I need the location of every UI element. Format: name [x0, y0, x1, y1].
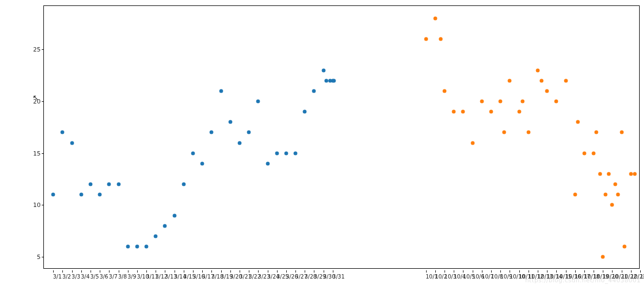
data-point: [471, 141, 474, 145]
x-tick-label: 3/5: [90, 274, 91, 280]
x-tick-label: 3/14: [174, 274, 175, 280]
y-tick-label: 15: [33, 150, 44, 157]
x-tick-label: 10/14: [547, 274, 548, 280]
x-tick-label: 3/23: [258, 274, 259, 280]
x-tick-label: 3/3: [72, 274, 72, 280]
x-tick-label: 10/2: [435, 274, 435, 280]
x-tick-label: 10/17: [575, 274, 575, 280]
data-point: [210, 131, 214, 134]
data-point: [126, 244, 130, 248]
x-tick-label: 3/12: [156, 274, 156, 280]
data-point: [607, 172, 610, 176]
data-point: [564, 79, 568, 82]
x-tick-label: 3/21: [239, 274, 240, 280]
x-tick-label: 3/2: [62, 274, 63, 280]
data-point: [622, 244, 626, 248]
data-point: [573, 193, 577, 197]
x-tick-label: 10/16: [565, 274, 566, 280]
data-point: [228, 120, 232, 124]
data-point: [201, 161, 204, 165]
data-point: [107, 183, 111, 186]
x-tick-label: 10/24: [640, 274, 641, 280]
data-point: [88, 183, 92, 186]
data-point: [499, 100, 503, 103]
data-point: [598, 172, 602, 176]
data-point: [613, 183, 617, 186]
data-point: [237, 141, 241, 145]
data-point: [452, 110, 456, 114]
data-point: [70, 141, 74, 145]
data-point: [539, 79, 543, 82]
data-point: [154, 234, 158, 238]
data-point: [117, 183, 120, 186]
data-point: [275, 151, 279, 155]
data-point: [536, 68, 539, 72]
x-tick-label: 10/10: [510, 274, 510, 280]
data-point: [163, 224, 167, 228]
x-tick-label: 3/27: [295, 274, 296, 280]
data-point: [461, 110, 465, 114]
data-point: [443, 89, 447, 93]
x-tick-label: 3/1: [53, 274, 54, 280]
x-tick-label: 10/22: [621, 274, 622, 280]
data-point: [601, 255, 605, 259]
data-point: [433, 16, 437, 20]
x-tick-label: 3/8: [118, 274, 119, 280]
x-tick-label: 10/18: [584, 274, 584, 280]
y-tick-label: 10: [33, 202, 44, 209]
x-tick-label: 3/26: [286, 274, 286, 280]
x-tick-label: 3/4: [81, 274, 81, 280]
data-point: [620, 131, 623, 134]
data-point: [439, 37, 443, 41]
data-point: [610, 203, 614, 207]
data-point: [145, 244, 149, 248]
x-tick-label: 3/31: [332, 274, 333, 280]
y-tick-label: 5: [37, 254, 44, 261]
x-tick-label: 3/7: [109, 274, 110, 280]
x-tick-label: 3/13: [165, 274, 165, 280]
figure: 5101520253/13/23/33/43/53/63/73/83/93/10…: [0, 0, 644, 285]
data-point: [98, 193, 102, 197]
x-tick-label: 10/13: [537, 274, 538, 280]
x-tick-label: 3/17: [202, 274, 203, 280]
x-tick-label: 10/3: [445, 274, 445, 280]
x-tick-label: 10/6: [472, 274, 473, 280]
x-tick-label: 3/20: [230, 274, 230, 280]
data-point: [256, 100, 260, 103]
data-point: [424, 37, 428, 41]
x-tick-label: 3/19: [221, 274, 221, 280]
plot-area: 5101520253/13/23/33/43/53/63/73/83/93/10…: [43, 5, 640, 269]
data-point: [592, 151, 596, 155]
data-point: [576, 120, 579, 124]
data-point: [490, 110, 493, 114]
x-tick-label: 10/1: [426, 274, 426, 280]
x-tick-label: 3/10: [137, 274, 137, 280]
data-point: [294, 151, 298, 155]
data-point: [582, 151, 586, 155]
data-point: [51, 193, 55, 197]
data-point: [284, 151, 288, 155]
data-point: [247, 131, 251, 134]
data-point: [172, 213, 176, 217]
x-tick-label: 3/11: [146, 274, 147, 280]
data-point: [321, 68, 325, 72]
x-tick-label: 3/28: [305, 274, 305, 280]
x-tick-label: 3/15: [183, 274, 184, 280]
data-point: [312, 89, 316, 93]
data-point: [503, 131, 506, 134]
x-tick-label: 10/9: [500, 274, 501, 280]
data-point: [555, 100, 558, 103]
y-tick-label: 25: [33, 46, 44, 53]
x-tick-label: 3/25: [276, 274, 277, 280]
data-point: [219, 89, 223, 93]
data-point: [182, 183, 185, 186]
data-point: [595, 131, 598, 134]
x-tick-label: 3/9: [127, 274, 128, 280]
x-tick-label: 10/15: [556, 274, 557, 280]
x-tick-label: 10/8: [491, 274, 492, 280]
x-tick-label: 3/22: [249, 274, 249, 280]
data-point: [303, 110, 307, 114]
data-point: [135, 244, 139, 248]
y-tick-label: 20: [33, 98, 44, 105]
data-point: [545, 89, 549, 93]
